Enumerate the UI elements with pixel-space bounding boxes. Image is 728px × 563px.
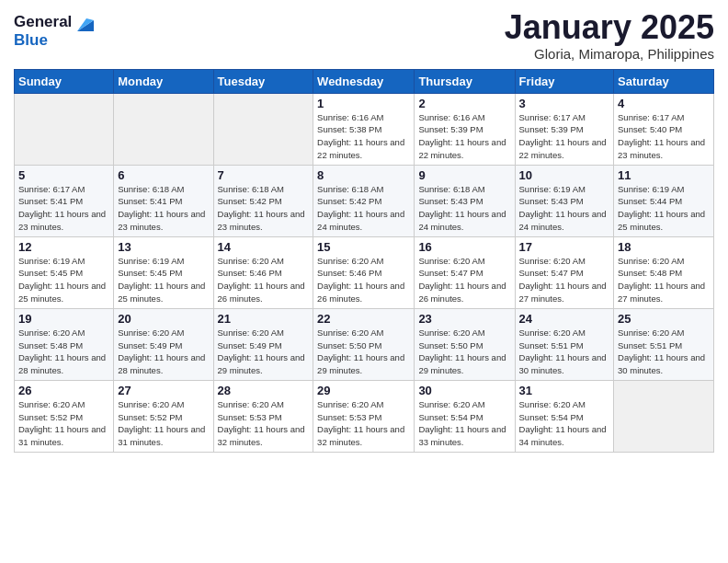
calendar-cell: 3Sunrise: 6:17 AM Sunset: 5:39 PM Daylig… (515, 93, 614, 165)
day-info: Sunrise: 6:17 AM Sunset: 5:41 PM Dayligh… (18, 183, 109, 234)
day-number: 6 (118, 168, 209, 182)
day-number: 31 (519, 384, 610, 397)
day-info: Sunrise: 6:20 AM Sunset: 5:50 PM Dayligh… (317, 327, 410, 377)
day-info: Sunrise: 6:17 AM Sunset: 5:40 PM Dayligh… (618, 111, 710, 162)
day-number: 10 (519, 168, 610, 182)
logo-text: General Blue (14, 13, 94, 49)
day-number: 3 (519, 97, 610, 110)
day-number: 13 (118, 240, 209, 254)
day-info: Sunrise: 6:20 AM Sunset: 5:54 PM Dayligh… (418, 398, 510, 449)
calendar-header-row: Sunday Monday Tuesday Wednesday Thursday… (15, 69, 714, 93)
day-info: Sunrise: 6:20 AM Sunset: 5:52 PM Dayligh… (18, 398, 109, 449)
calendar-week-row: 26Sunrise: 6:20 AM Sunset: 5:52 PM Dayli… (15, 380, 714, 452)
day-info: Sunrise: 6:20 AM Sunset: 5:47 PM Dayligh… (519, 255, 610, 305)
calendar-cell: 9Sunrise: 6:18 AM Sunset: 5:43 PM Daylig… (415, 165, 515, 236)
day-info: Sunrise: 6:18 AM Sunset: 5:41 PM Dayligh… (118, 183, 209, 234)
calendar-cell: 12Sunrise: 6:19 AM Sunset: 5:45 PM Dayli… (15, 236, 114, 308)
day-info: Sunrise: 6:20 AM Sunset: 5:49 PM Dayligh… (118, 327, 209, 377)
day-number: 9 (418, 168, 510, 182)
calendar-cell: 16Sunrise: 6:20 AM Sunset: 5:47 PM Dayli… (415, 236, 515, 308)
day-number: 24 (519, 312, 610, 326)
logo: General Blue (14, 13, 94, 49)
calendar-cell: 17Sunrise: 6:20 AM Sunset: 5:47 PM Dayli… (515, 236, 614, 308)
day-info: Sunrise: 6:20 AM Sunset: 5:51 PM Dayligh… (618, 327, 710, 377)
month-title: January 2025 (505, 9, 714, 46)
day-number: 2 (418, 97, 510, 110)
day-info: Sunrise: 6:20 AM Sunset: 5:46 PM Dayligh… (218, 255, 310, 305)
day-number: 26 (18, 384, 109, 397)
day-info: Sunrise: 6:19 AM Sunset: 5:45 PM Dayligh… (18, 255, 109, 305)
header-tuesday: Tuesday (213, 69, 313, 93)
calendar-week-row: 19Sunrise: 6:20 AM Sunset: 5:48 PM Dayli… (15, 308, 714, 380)
calendar-cell: 13Sunrise: 6:19 AM Sunset: 5:45 PM Dayli… (114, 236, 213, 308)
calendar-cell: 31Sunrise: 6:20 AM Sunset: 5:54 PM Dayli… (515, 380, 614, 452)
calendar-week-row: 1Sunrise: 6:16 AM Sunset: 5:38 PM Daylig… (15, 93, 714, 165)
day-info: Sunrise: 6:20 AM Sunset: 5:49 PM Dayligh… (218, 327, 310, 377)
day-info: Sunrise: 6:19 AM Sunset: 5:45 PM Dayligh… (118, 255, 209, 305)
calendar-cell: 25Sunrise: 6:20 AM Sunset: 5:51 PM Dayli… (614, 308, 714, 380)
day-info: Sunrise: 6:16 AM Sunset: 5:38 PM Dayligh… (317, 111, 410, 162)
day-number: 8 (317, 168, 410, 182)
day-number: 16 (418, 240, 510, 254)
location-subtitle: Gloria, Mimaropa, Philippines (505, 46, 714, 62)
day-info: Sunrise: 6:20 AM Sunset: 5:48 PM Dayligh… (618, 255, 710, 305)
day-number: 18 (618, 240, 710, 254)
day-info: Sunrise: 6:18 AM Sunset: 5:42 PM Dayligh… (317, 183, 410, 234)
day-number: 30 (418, 384, 510, 397)
day-info: Sunrise: 6:20 AM Sunset: 5:53 PM Dayligh… (218, 398, 310, 449)
calendar-cell: 30Sunrise: 6:20 AM Sunset: 5:54 PM Dayli… (415, 380, 515, 452)
calendar-cell: 2Sunrise: 6:16 AM Sunset: 5:39 PM Daylig… (415, 93, 515, 165)
day-number: 4 (618, 97, 710, 110)
calendar-cell: 26Sunrise: 6:20 AM Sunset: 5:52 PM Dayli… (15, 380, 114, 452)
day-number: 11 (618, 168, 710, 182)
day-info: Sunrise: 6:20 AM Sunset: 5:50 PM Dayligh… (418, 327, 510, 377)
day-number: 25 (618, 312, 710, 326)
calendar-cell (213, 93, 313, 165)
day-info: Sunrise: 6:18 AM Sunset: 5:43 PM Dayligh… (418, 183, 510, 234)
day-number: 20 (118, 312, 209, 326)
page: General Blue January 2025 Gloria, Mimaro… (0, 0, 728, 563)
day-info: Sunrise: 6:20 AM Sunset: 5:47 PM Dayligh… (418, 255, 510, 305)
day-info: Sunrise: 6:19 AM Sunset: 5:44 PM Dayligh… (618, 183, 710, 234)
calendar-table: Sunday Monday Tuesday Wednesday Thursday… (14, 69, 714, 453)
day-number: 23 (418, 312, 510, 326)
calendar-cell: 10Sunrise: 6:19 AM Sunset: 5:43 PM Dayli… (515, 165, 614, 236)
calendar-cell: 14Sunrise: 6:20 AM Sunset: 5:46 PM Dayli… (213, 236, 313, 308)
calendar-cell: 22Sunrise: 6:20 AM Sunset: 5:50 PM Dayli… (313, 308, 415, 380)
day-info: Sunrise: 6:18 AM Sunset: 5:42 PM Dayligh… (218, 183, 310, 234)
calendar-cell: 8Sunrise: 6:18 AM Sunset: 5:42 PM Daylig… (313, 165, 415, 236)
calendar-cell: 1Sunrise: 6:16 AM Sunset: 5:38 PM Daylig… (313, 93, 415, 165)
day-info: Sunrise: 6:17 AM Sunset: 5:39 PM Dayligh… (519, 111, 610, 162)
day-info: Sunrise: 6:20 AM Sunset: 5:51 PM Dayligh… (519, 327, 610, 377)
calendar-cell: 15Sunrise: 6:20 AM Sunset: 5:46 PM Dayli… (313, 236, 415, 308)
calendar-cell: 20Sunrise: 6:20 AM Sunset: 5:49 PM Dayli… (114, 308, 213, 380)
header: General Blue January 2025 Gloria, Mimaro… (14, 9, 714, 62)
header-saturday: Saturday (614, 69, 714, 93)
day-number: 7 (218, 168, 310, 182)
day-info: Sunrise: 6:20 AM Sunset: 5:52 PM Dayligh… (118, 398, 209, 449)
day-number: 28 (218, 384, 310, 397)
calendar-cell: 29Sunrise: 6:20 AM Sunset: 5:53 PM Dayli… (313, 380, 415, 452)
day-info: Sunrise: 6:19 AM Sunset: 5:43 PM Dayligh… (519, 183, 610, 234)
calendar-cell: 7Sunrise: 6:18 AM Sunset: 5:42 PM Daylig… (213, 165, 313, 236)
day-number: 22 (317, 312, 410, 326)
day-info: Sunrise: 6:20 AM Sunset: 5:53 PM Dayligh… (317, 398, 410, 449)
header-thursday: Thursday (415, 69, 515, 93)
calendar-cell: 11Sunrise: 6:19 AM Sunset: 5:44 PM Dayli… (614, 165, 714, 236)
calendar-cell (614, 380, 714, 452)
calendar-cell (15, 93, 114, 165)
day-info: Sunrise: 6:20 AM Sunset: 5:54 PM Dayligh… (519, 398, 610, 449)
calendar-cell: 6Sunrise: 6:18 AM Sunset: 5:41 PM Daylig… (114, 165, 213, 236)
calendar-cell: 23Sunrise: 6:20 AM Sunset: 5:50 PM Dayli… (415, 308, 515, 380)
header-wednesday: Wednesday (313, 69, 415, 93)
calendar-cell: 24Sunrise: 6:20 AM Sunset: 5:51 PM Dayli… (515, 308, 614, 380)
header-friday: Friday (515, 69, 614, 93)
calendar-week-row: 12Sunrise: 6:19 AM Sunset: 5:45 PM Dayli… (15, 236, 714, 308)
calendar-cell: 18Sunrise: 6:20 AM Sunset: 5:48 PM Dayli… (614, 236, 714, 308)
day-number: 5 (18, 168, 109, 182)
day-number: 27 (118, 384, 209, 397)
day-number: 29 (317, 384, 410, 397)
header-sunday: Sunday (15, 69, 114, 93)
calendar-cell: 5Sunrise: 6:17 AM Sunset: 5:41 PM Daylig… (15, 165, 114, 236)
logo-icon (77, 15, 94, 31)
